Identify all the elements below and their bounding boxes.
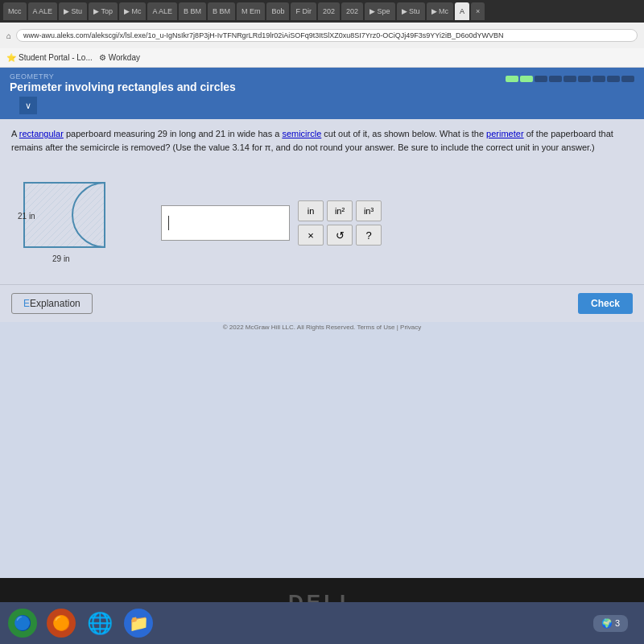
- tab-bm2[interactable]: B BM: [208, 2, 235, 20]
- tab-202b[interactable]: 202: [341, 2, 363, 20]
- tab-mc1[interactable]: ▶ Mc: [119, 2, 147, 20]
- taskbar-badge: 🌍 3: [593, 615, 628, 632]
- problem-text-intro: A: [11, 129, 19, 138]
- taskbar: 🔵 🟠 🌐 📁 🌍 3: [0, 602, 644, 644]
- unit-btn-in[interactable]: in: [298, 200, 324, 221]
- collapse-button[interactable]: ∨: [19, 97, 37, 114]
- problem-text-mid2: cut out of it, as shown below. What is t…: [321, 129, 486, 138]
- bookmark-icon-workday: ⚙: [99, 53, 106, 62]
- tab-top[interactable]: ▶ Top: [89, 2, 118, 20]
- unit-btn-clear[interactable]: ×: [298, 225, 324, 246]
- tab-bob[interactable]: Bob: [266, 2, 289, 20]
- progress-seg-7: [592, 76, 605, 82]
- tab-202a[interactable]: 202: [318, 2, 340, 20]
- aleks-title: Perimeter involving rectangles and circl…: [10, 80, 236, 93]
- unit-btn-help[interactable]: ?: [356, 225, 382, 246]
- progress-seg-5: [564, 76, 576, 82]
- diagram-label-length: 29 in: [52, 254, 70, 263]
- nav-back-icon[interactable]: ⌂: [6, 31, 11, 40]
- tab-stu[interactable]: ▶ Stu: [59, 2, 87, 20]
- tab-bm1[interactable]: B BM: [179, 2, 206, 20]
- unit-btn-in2[interactable]: in²: [327, 200, 353, 221]
- problem-text-perimeter[interactable]: perimeter: [486, 129, 523, 138]
- tab-ale2[interactable]: A ALE: [147, 2, 177, 20]
- unit-row-2: × ↺ ?: [298, 225, 382, 246]
- diagram-label-width: 21 in: [18, 212, 35, 221]
- problem-text-mid1: paperboard measuring 29 in long and 21 i…: [64, 129, 283, 138]
- progress-seg-9: [621, 76, 634, 82]
- work-area: 21 in 29 in in in² in³ × ↺ ?: [0, 162, 644, 284]
- taskbar-icon-folder[interactable]: 📁: [124, 609, 153, 638]
- tab-active[interactable]: A: [455, 2, 469, 20]
- tab-em[interactable]: M Em: [237, 2, 266, 20]
- diagram-svg: 21 in 29 in: [16, 175, 145, 271]
- diagram-container: 21 in 29 in: [16, 175, 145, 271]
- tab-stu2[interactable]: ▶ Stu: [397, 2, 425, 20]
- tab-mc2[interactable]: ▶ Mc: [427, 2, 454, 20]
- progress-seg-6: [578, 76, 591, 82]
- check-button[interactable]: Check: [578, 293, 633, 314]
- taskbar-icon-chrome[interactable]: 🌐: [85, 609, 114, 638]
- problem-text-rectangular[interactable]: rectangular: [19, 129, 64, 138]
- tab-close[interactable]: ×: [471, 2, 485, 20]
- tab-dir[interactable]: F Dir: [291, 2, 316, 20]
- answer-input-box[interactable]: [161, 205, 290, 241]
- badge-count: 3: [615, 618, 620, 628]
- progress-seg-2: [520, 76, 533, 82]
- aleks-subject: GEOMETRY: [10, 72, 236, 80]
- progress-bar: [506, 76, 634, 82]
- unit-row-1: in in² in³: [298, 200, 382, 221]
- copyright-text: © 2022 McGraw Hill LLC. All Rights Reser…: [0, 322, 644, 332]
- progress-seg-3: [535, 76, 547, 82]
- explanation-label: Explanation: [30, 298, 80, 309]
- address-url[interactable]: www-awu.aleks.com/alekscgi/x/lsl.exe/1o_…: [16, 29, 638, 42]
- unit-buttons: in in² in³ × ↺ ?: [298, 200, 382, 246]
- aleks-header: GEOMETRY Perimeter involving rectangles …: [0, 68, 644, 119]
- address-bar: ⌂ www-awu.aleks.com/alekscgi/x/lsl.exe/1…: [0, 23, 644, 48]
- answer-cursor: [168, 216, 169, 230]
- explanation-button[interactable]: EExplanation: [11, 293, 93, 314]
- explanation-icon: E: [23, 298, 30, 309]
- tab-mcc[interactable]: Mcc: [3, 2, 27, 20]
- tab-bar: Mcc A ALE ▶ Stu ▶ Top ▶ Mc A ALE B BM B …: [0, 0, 644, 23]
- progress-seg-1: [506, 76, 518, 82]
- bookmarks-bar: ⭐ Student Portal - Lo... ⚙ Workday: [0, 48, 644, 68]
- progress-seg-8: [607, 76, 620, 82]
- badge-icon: 🌍: [601, 618, 613, 628]
- unit-btn-undo[interactable]: ↺: [327, 225, 353, 246]
- progress-seg-4: [549, 76, 562, 82]
- page-content: GEOMETRY Perimeter involving rectangles …: [0, 68, 644, 578]
- svg-rect-2: [24, 183, 105, 247]
- bookmark-icon-portal: ⭐: [6, 53, 16, 62]
- tab-spe[interactable]: ▶ Spe: [365, 2, 395, 20]
- bottom-bar: EExplanation Check: [0, 284, 644, 322]
- taskbar-icon-green[interactable]: 🔵: [8, 609, 37, 638]
- unit-btn-in3[interactable]: in³: [356, 200, 382, 221]
- bookmark-student-portal[interactable]: ⭐ Student Portal - Lo...: [6, 53, 93, 62]
- problem-text-semicircle[interactable]: semicircle: [282, 129, 321, 138]
- tab-ale1[interactable]: A ALE: [28, 2, 58, 20]
- bookmark-workday[interactable]: ⚙ Workday: [99, 53, 140, 62]
- answer-section: in in² in³ × ↺ ?: [161, 200, 628, 246]
- problem-area: A rectangular paperboard measuring 29 in…: [0, 119, 644, 162]
- taskbar-icon-orange[interactable]: 🟠: [47, 609, 76, 638]
